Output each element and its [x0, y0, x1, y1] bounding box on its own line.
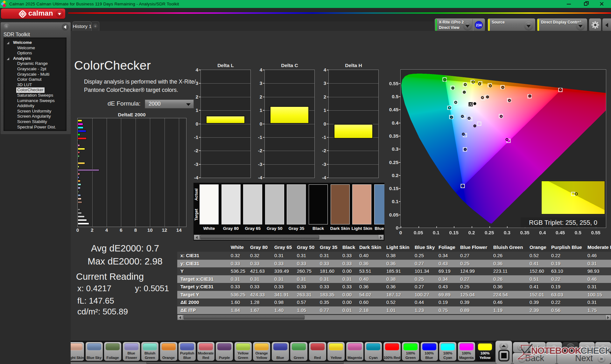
more-button[interactable]: ●: [595, 342, 611, 353]
maximize-button[interactable]: [578, 0, 593, 8]
table-col-blue-sky: Blue Sky: [415, 243, 435, 252]
cie-measured-bluish-green: [454, 101, 457, 104]
sidebar-pin-button[interactable]: [4, 24, 10, 30]
table-col-gray-80: Gray 80: [250, 243, 268, 252]
tree-item-options[interactable]: Options: [4, 51, 66, 56]
next-button[interactable]: Next »: [557, 353, 611, 364]
table-cell: 181.60: [320, 267, 334, 275]
tree-item-dynamic-range[interactable]: Dynamic Range: [4, 61, 66, 66]
patch-button-red[interactable]: Red: [309, 342, 326, 361]
tree-section-welcome[interactable]: Welcome: [4, 40, 66, 45]
delta-h-bar: [334, 124, 373, 139]
scroll-right-arrow[interactable]: [605, 315, 611, 320]
minimize-button[interactable]: [561, 0, 576, 8]
tree-item-additivity[interactable]: Additivity: [4, 103, 66, 109]
read-button[interactable]: ▶: [513, 342, 529, 353]
scroll-left-arrow[interactable]: [178, 315, 183, 320]
meter-count-badge[interactable]: 234: [475, 21, 483, 29]
back-button[interactable]: « Back: [513, 353, 557, 364]
display-control-dropdown-arrow[interactable]: [576, 22, 585, 30]
tree-item-grayscale-multi[interactable]: Grayscale - Multi: [4, 72, 66, 77]
patch-button-blue-sky[interactable]: Blue Sky: [86, 342, 103, 361]
table-cell: 187.12: [386, 291, 401, 299]
tree-item-luminance-sweeps[interactable]: Luminance Sweeps: [4, 98, 66, 104]
settings-button[interactable]: [589, 18, 601, 31]
patch-button-foliage[interactable]: Foliage: [104, 342, 121, 361]
calman-menu-dropdown[interactable]: [56, 10, 63, 17]
sidebar-collapse-button[interactable]: [62, 24, 69, 31]
read-series-button[interactable]: ❙❙: [529, 342, 546, 353]
patch-button-light-skin[interactable]: Light Skin: [71, 342, 84, 361]
table-cell: 125.04: [460, 291, 475, 299]
table-cell: 2.39: [530, 306, 539, 314]
tree-item-welcome[interactable]: Welcome: [4, 45, 66, 51]
table-cell: 339.49: [274, 267, 289, 275]
patch-button-blue-flower[interactable]: Blue Flower: [123, 342, 140, 361]
patch-button-moderate-red[interactable]: Moderate Red: [197, 342, 214, 361]
capture-button[interactable]: ●: [579, 342, 595, 353]
patch-button-purplish-blue[interactable]: Purplish Blue: [179, 342, 196, 361]
meter-dropdown-arrow[interactable]: [463, 22, 472, 30]
table-cell: 0.34: [439, 252, 448, 260]
patch-button-100-green[interactable]: 100% Green: [402, 342, 419, 361]
tree-item-screen-stability[interactable]: Screen Stability: [4, 119, 66, 125]
tree-section-analysis[interactable]: Analysis: [4, 56, 66, 61]
scrollbar-thumb[interactable]: [200, 235, 319, 239]
patch-button-cyan[interactable]: Cyan: [365, 342, 382, 361]
tree-item-color-gamut[interactable]: Color Gamut: [4, 77, 66, 82]
patch-button-100-yellow[interactable]: 100% Yellow: [476, 342, 494, 361]
table-cell: 0.00: [342, 299, 352, 306]
patch-button-orange[interactable]: Orange: [160, 342, 177, 361]
display-control-dropdown[interactable]: Direct Display Control: [537, 18, 587, 31]
tab-history-1[interactable]: History 1: [73, 21, 92, 31]
source-dropdown[interactable]: Source: [488, 18, 535, 31]
patch-button-100-red[interactable]: 100% Red: [383, 342, 401, 361]
cie-measured-100-magenta: [506, 138, 509, 141]
scroll-left-arrow[interactable]: [194, 235, 200, 240]
tree-item-saturation-sweeps[interactable]: Saturation Sweeps: [4, 93, 66, 98]
tree-item-spectral-power-dist-[interactable]: Spectral Power Dist.: [4, 125, 66, 130]
table-cell: 0.46: [493, 299, 502, 306]
source-dropdown-arrow[interactable]: [524, 22, 533, 30]
display-control-status-stripe: [537, 19, 539, 31]
patch-button-100-magenta[interactable]: 100% Magenta: [458, 342, 475, 361]
read-continuous-button[interactable]: ∞: [546, 342, 562, 353]
scrollbar-thumb[interactable]: [146, 362, 344, 364]
table-cell: 0.01: [342, 306, 352, 314]
scrollbar-thumb[interactable]: [184, 315, 305, 319]
tree-item-screen-angularity[interactable]: Screen Angularity: [4, 114, 66, 119]
patch-button-blue[interactable]: Blue: [272, 342, 289, 361]
expand-strip-button[interactable]: [499, 342, 508, 349]
tree-item-screen-uniformity[interactable]: Screen Uniformity: [4, 109, 66, 114]
patch-button-yellow[interactable]: Yellow: [327, 342, 345, 361]
table-cell: 0.32: [231, 252, 240, 260]
add-tab-button[interactable]: +: [92, 21, 99, 31]
patch-button-yellow-green[interactable]: Yellow Green: [235, 342, 252, 361]
scroll-right-arrow[interactable]: [378, 235, 383, 240]
patch-button-100-cyan[interactable]: 100% Cyan: [439, 342, 456, 361]
table-row-label: Target x:CIE31: [177, 275, 229, 283]
patch-button-purple[interactable]: Purple: [216, 342, 233, 361]
read-loop-button[interactable]: ■: [562, 342, 579, 353]
patch-button-green[interactable]: Green: [290, 342, 307, 361]
patch-button-magenta[interactable]: Magenta: [346, 342, 363, 361]
table-scrollbar[interactable]: [177, 315, 611, 320]
table-cell: 98.93: [587, 267, 600, 275]
de-formula-dropdown[interactable]: 2000: [145, 100, 194, 108]
tree-item-colorchecker[interactable]: ColorChecker: [4, 87, 66, 93]
meter-dropdown[interactable]: X-Rite i1Pro 2 Direct View 234: [435, 18, 485, 31]
calman-logo-button[interactable]: calman: [1, 9, 65, 19]
table-cell: 69.19: [439, 267, 451, 275]
patch-button-orange-yellow[interactable]: Orange Yellow: [253, 342, 270, 361]
close-button[interactable]: ✕: [594, 0, 609, 8]
patch-button-bluish-green[interactable]: Bluish Green: [141, 342, 158, 361]
swatch-scrollbar[interactable]: [194, 235, 384, 240]
table-cell: 101.34: [415, 267, 429, 275]
stop-measure-button[interactable]: [498, 350, 509, 361]
rgb-triplet-readout: RGB Triplet: 255, 255, 0: [521, 217, 606, 228]
tree-item-grayscale-2pt[interactable]: Grayscale - 2pt: [4, 66, 66, 72]
toolbar-collapse-button[interactable]: [602, 18, 611, 31]
target-row-label: Target: [194, 205, 199, 224]
patch-button-100-blue[interactable]: 100% Blue: [421, 342, 438, 361]
tree-item-3d-lut[interactable]: 3D LUT: [4, 82, 66, 88]
